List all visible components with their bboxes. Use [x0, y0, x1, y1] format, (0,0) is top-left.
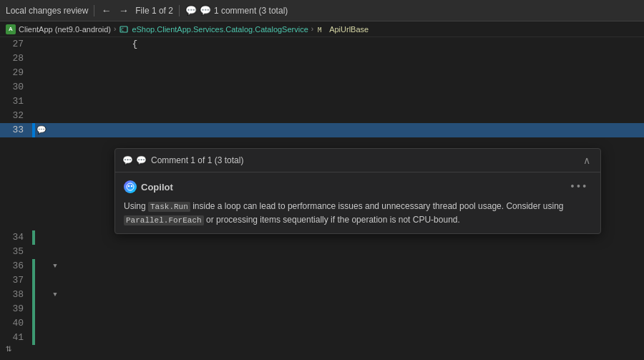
comment-gutter-27[interactable] — [35, 37, 48, 52]
line-content-30 — [62, 80, 644, 94]
breadcrumb-sep2: › — [311, 25, 313, 33]
line-gutter-27 — [48, 37, 62, 52]
code-line-40: 40 item.Description += " Updated"; — [0, 316, 644, 331]
comment-gutter-32[interactable] — [35, 109, 48, 123]
collapse-38[interactable]: ▼ — [53, 288, 57, 302]
breadcrumb-app-icon: A — [6, 24, 16, 34]
comment-gutter-36[interactable] — [35, 259, 48, 273]
file-of-label: File 1 of 2 — [135, 6, 173, 16]
svg-text:M: M — [318, 26, 322, 34]
code-line-31: 31 var catalog = await _requestProvider.… — [0, 94, 644, 109]
code-line-32: 32 — [0, 109, 644, 123]
code-line-37: 37 { — [0, 273, 644, 288]
code-line-41: 41 })); — [0, 331, 644, 345]
line-gutter-33 — [48, 123, 62, 137]
line-content-28: var uri = UriHelper.CombineUri(_settings… — [62, 52, 644, 66]
line-num-34: 34 — [0, 230, 32, 245]
line-num-29: 29 — [0, 66, 32, 80]
copilot-name: Copilot — [141, 182, 173, 193]
comment-gutter-39[interactable] — [35, 302, 48, 316]
breadcrumb-class-icon: C — [119, 24, 129, 34]
line-content-35 — [62, 245, 644, 259]
divider2 — [179, 5, 180, 16]
line-gutter-30 — [48, 80, 62, 94]
comment-gutter-37[interactable] — [35, 273, 48, 288]
code-line-27: 27 { — [0, 37, 644, 52]
popup-comment-icon2: 💬 — [136, 155, 147, 165]
line-gutter-38: ▼ — [48, 288, 62, 302]
comment-gutter-30[interactable] — [35, 80, 48, 94]
breadcrumb-app[interactable]: ClientApp (net9.0-android) — [19, 25, 111, 34]
bottom-left-icon[interactable]: ⇅ — [6, 342, 11, 354]
line-num-36: 36 — [0, 259, 32, 273]
code-line-35: 35 — [0, 245, 644, 259]
copilot-icon — [124, 180, 137, 193]
line-num-39: 39 — [0, 302, 32, 316]
svg-point-4 — [128, 185, 130, 187]
line-num-38: 38 — [0, 288, 32, 302]
line-gutter-32 — [48, 109, 62, 123]
line-gutter-36: ▼ — [48, 259, 62, 273]
collapse-36[interactable]: ▼ — [53, 259, 57, 273]
line-gutter-40 — [48, 316, 62, 331]
comment-count-label: 1 comment (3 total) — [214, 6, 288, 16]
line-content-37: { — [62, 273, 644, 288]
line-gutter-29 — [48, 66, 62, 80]
nav-back-button[interactable]: ← — [100, 4, 112, 18]
popup-header: 💬 💬 Comment 1 of 1 (3 total) ∧ — [115, 149, 600, 172]
line-num-32: 32 — [0, 109, 32, 123]
line-num-35: 35 — [0, 245, 32, 259]
more-options-button[interactable]: ••• — [565, 180, 592, 194]
line-content-31: var catalog = await _requestProvider.Get… — [62, 94, 644, 109]
comment-gutter-28[interactable] — [35, 52, 48, 66]
line-num-31: 31 — [0, 94, 32, 109]
code-line-30: 30 — [0, 80, 644, 94]
line-gutter-35 — [48, 245, 62, 259]
breadcrumb-class[interactable]: eShop.ClientApp.Services.Catalog.Catalog… — [132, 25, 308, 34]
local-changes-title: Local changes review — [6, 6, 88, 16]
line-num-40: 40 — [0, 316, 32, 331]
popup-header-icons: 💬 💬 — [122, 155, 147, 165]
popup-comment-count: Comment 1 of 1 (3 total) — [151, 155, 576, 165]
line-content-40: item.Description += " Updated"; — [62, 316, 644, 331]
line-content-32 — [62, 109, 644, 123]
line-gutter-28 — [48, 52, 62, 66]
line-num-28: 28 — [0, 52, 32, 66]
comment-gutter-31[interactable] — [35, 94, 48, 109]
svg-text:C: C — [121, 27, 124, 33]
code-line-28: 28 var uri = UriHelper.CombineUri(_setti… — [0, 52, 644, 66]
breadcrumb-method-icon: M — [316, 24, 326, 34]
svg-point-3 — [127, 183, 134, 190]
top-bar: Local changes review ← → File 1 of 2 💬 💬… — [0, 0, 644, 21]
comment-gutter-34[interactable] — [35, 230, 48, 245]
comment-popup: 💬 💬 Comment 1 of 1 (3 total) ∧ Copilot — [114, 148, 601, 234]
comment-body-text: Using Task.Run inside a loop can lead to… — [124, 200, 592, 226]
comment-gutter-41[interactable] — [35, 331, 48, 345]
comment-gutter-38[interactable] — [35, 288, 48, 302]
code-line-38: 38 ▼ tasks.Add(Task.Run(() => — [0, 288, 644, 302]
copilot-row: Copilot ••• — [124, 180, 592, 194]
comment-gutter-35[interactable] — [35, 245, 48, 259]
editor: 27 { 28 var uri = UriHelper.CombineUri(_… — [0, 37, 644, 360]
copilot-label: Copilot — [124, 180, 173, 193]
code-line-39: 39 { — [0, 302, 644, 316]
line-num-41: 41 — [0, 331, 32, 345]
breadcrumb-sep1: › — [114, 25, 116, 33]
breadcrumb-method[interactable]: ApiUrlBase — [329, 25, 369, 34]
line-content-38: tasks.Add(Task.Run(() => — [62, 288, 644, 302]
comment-icon1: 💬 — [185, 5, 197, 16]
comment-badge: 💬 💬 1 comment (3 total) — [185, 5, 288, 16]
comment-gutter-29[interactable] — [35, 66, 48, 80]
comment-gutter-33[interactable]: 💬 — [35, 123, 48, 137]
breadcrumb-bar: A ClientApp (net9.0-android) › C eShop.C… — [0, 21, 644, 37]
comment-gutter-40[interactable] — [35, 316, 48, 331]
popup-comment-icon1: 💬 — [122, 155, 133, 165]
divider — [94, 5, 94, 16]
nav-forward-button[interactable]: → — [118, 4, 130, 18]
comment-icon2: 💬 — [200, 5, 211, 16]
line-content-33: var catalogItems = catalog?.Data ?? Enum… — [62, 123, 644, 137]
popup-close-button[interactable]: ∧ — [580, 153, 593, 167]
line-num-30: 30 — [0, 80, 32, 94]
popup-body: Copilot ••• Using Task.Run inside a loop… — [115, 172, 600, 233]
svg-point-5 — [131, 185, 132, 187]
